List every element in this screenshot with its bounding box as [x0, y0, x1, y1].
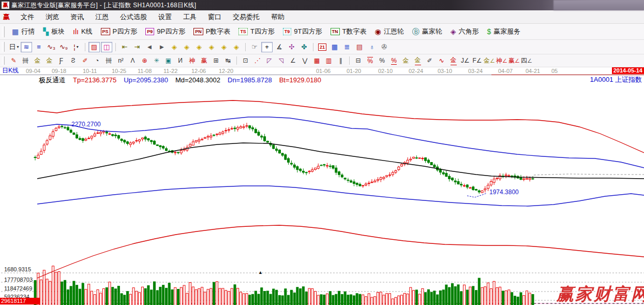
gold-lines-button[interactable]: 金	[412, 56, 423, 65]
gann-purple-tool-button[interactable]: ✣	[286, 42, 297, 52]
menu-file[interactable]: 文件	[15, 11, 40, 23]
p-number-table-button[interactable]: PNP数字表	[189, 25, 234, 38]
kline-button[interactable]: ılıK线	[69, 25, 97, 38]
fan-square-1-button[interactable]: ◸	[264, 56, 275, 65]
diamond-expand-all-button[interactable]: ◈	[218, 42, 230, 52]
winner-service-button[interactable]: $赢家服务	[483, 25, 525, 38]
p9-square-button[interactable]: P99P四方形	[141, 25, 189, 38]
zigzag-overlay-button[interactable]: ≋	[21, 42, 32, 52]
pane-period-label[interactable]: 日K线	[2, 66, 28, 75]
percent-red-button[interactable]: %	[388, 56, 399, 65]
price-grid-2-button[interactable]: ▥	[323, 56, 334, 65]
ying-tool-button[interactable]: 赢	[199, 56, 209, 65]
four-angle-button[interactable]: 四∠	[521, 56, 532, 65]
n-wave-button[interactable]: И	[175, 56, 186, 65]
single-candle-dropdown[interactable]: ¦▾	[70, 42, 82, 52]
sector-button[interactable]: ▚板块	[39, 25, 69, 38]
gold-angle-button[interactable]: 金∠	[484, 56, 495, 65]
gann-wheel-button[interactable]: ◉江恩轮	[370, 25, 408, 38]
winner-wheel-button[interactable]: Ⓑ赢家轮	[408, 25, 446, 38]
pencil-red-button[interactable]: ✎	[8, 56, 19, 65]
first-page-button[interactable]: ⇤	[119, 42, 130, 52]
menu-news[interactable]: 资讯	[65, 11, 89, 23]
diamond-shift-right-button[interactable]: ◈	[181, 42, 192, 52]
step-chart-3-button[interactable]: ∿₃	[46, 42, 57, 52]
box-plot-button[interactable]: ⊡	[240, 56, 251, 65]
diamond-compress-h-button[interactable]: ◈	[206, 42, 217, 52]
menu-window[interactable]: 窗口	[202, 11, 227, 23]
pattern-scribble-button[interactable]: ▨	[88, 42, 100, 52]
toolbar-grip[interactable]	[2, 56, 5, 65]
period-day-dropdown[interactable]: 日▾	[8, 42, 20, 52]
zigzag-v-button[interactable]: ⋁	[299, 56, 310, 65]
last-page-button[interactable]: ⇥	[131, 42, 143, 52]
percent-line-button[interactable]: %	[365, 56, 376, 65]
gold-gann-a-button[interactable]: 金	[32, 56, 43, 65]
f-angle-button[interactable]: F∠	[472, 56, 483, 65]
trade-note-button[interactable]: ≣	[341, 42, 353, 52]
crosshair-button[interactable]: +	[261, 42, 273, 52]
menu-settings[interactable]: 设置	[153, 11, 177, 23]
shen-angle-button[interactable]: 神∠	[496, 56, 507, 65]
save-button[interactable]: ▤	[354, 42, 365, 52]
hexagon-button[interactable]: ◈六角形	[446, 25, 483, 38]
t-square-button[interactable]: TST四方形	[234, 25, 278, 38]
web-sync-button[interactable]: ♁	[366, 42, 378, 52]
a-channel-button[interactable]: Λ	[127, 56, 138, 65]
gold-circle-button[interactable]: 金	[400, 56, 411, 65]
square-grid-button[interactable]: ▣	[163, 56, 174, 65]
step-chart-9-button[interactable]: ∿₉	[58, 42, 69, 52]
menu-trade-order[interactable]: 交易委托	[227, 11, 265, 23]
ink-pen-button[interactable]: ✐	[424, 56, 435, 65]
print-capture-button[interactable]: ✇	[379, 42, 390, 52]
price-grid-1-button[interactable]: ▦	[311, 56, 322, 65]
hand-pan-button[interactable]: ☞	[249, 42, 260, 52]
gann-fan-button[interactable]: ⋰	[252, 56, 263, 65]
diamond-center-button[interactable]: ◈	[231, 42, 242, 52]
chart-canvas[interactable]	[0, 67, 644, 305]
next-page-button[interactable]: ►	[156, 42, 168, 52]
indicator-name[interactable]: 极反通道	[39, 76, 66, 85]
shen-tool-button[interactable]: 神	[187, 56, 198, 65]
percent-button[interactable]: %	[377, 56, 387, 65]
diamond-expand-h-button[interactable]: ◈	[193, 42, 205, 52]
f-ruler-button[interactable]: Ƒ	[56, 56, 67, 65]
calculator-button[interactable]: ▦	[329, 42, 340, 52]
gold-gann-b-button[interactable]: 金	[44, 56, 55, 65]
prev-page-button[interactable]: ◄	[144, 42, 155, 52]
n-squared-button[interactable]: n²	[115, 56, 126, 65]
menu-browse[interactable]: 浏览	[40, 11, 65, 23]
menu-formula-stock-pick[interactable]: 公式选股	[114, 11, 153, 23]
angle-measure-button[interactable]: ∡	[274, 42, 285, 52]
p-square-button[interactable]: PSP四方形	[97, 25, 142, 38]
volume-profile-button[interactable]: ◫	[101, 42, 112, 52]
menu-tools[interactable]: 工具	[177, 11, 202, 23]
menu-gann[interactable]: 江恩	[89, 11, 114, 23]
note-list-button[interactable]: ≡	[33, 42, 44, 52]
spiral-coil-button[interactable]: Ƨ	[68, 56, 79, 65]
circle-cross-button[interactable]: ⊕	[139, 56, 150, 65]
star-grid-button[interactable]: ✳	[151, 56, 162, 65]
menu-help[interactable]: 帮助	[265, 11, 290, 23]
pencil-red-2-button[interactable]: ✐	[80, 56, 91, 65]
ruler-ticks-button[interactable]: 卌	[20, 56, 31, 65]
wave-band-button[interactable]: ∿	[436, 56, 447, 65]
parallel-lines-button[interactable]: ∥	[335, 56, 346, 65]
j-angle-button[interactable]: J∠	[460, 56, 471, 65]
gold-red-band-button[interactable]: 金	[448, 56, 459, 65]
toolbar-grip[interactable]	[2, 26, 5, 37]
toolbar-grip[interactable]	[2, 42, 5, 52]
calendar-21-button[interactable]: 21	[317, 42, 328, 52]
t-number-table-button[interactable]: TNT数字表	[326, 25, 371, 38]
scale-tool-button[interactable]: ⊟	[353, 56, 364, 65]
t9-square-button[interactable]: T99T四方形	[279, 25, 326, 38]
title-bar[interactable]: 赢 赢家江恩专业版[赢家服务平台] - [上证指数 SH1A0001-168日K…	[0, 0, 644, 10]
span-arrows-button[interactable]: ↹	[222, 56, 233, 65]
multi-angle-button[interactable]: ∠	[288, 56, 298, 65]
grid-123-button[interactable]: ⊞	[211, 56, 221, 65]
quote-button[interactable]: ▦行情	[8, 25, 39, 38]
pattern-teal-tool-button[interactable]: ✤	[298, 42, 310, 52]
diamond-shift-left-button[interactable]: ◈	[169, 42, 180, 52]
ruler-ticks-2-button[interactable]: 卌	[103, 56, 114, 65]
ying-angle-button[interactable]: 赢∠	[508, 56, 520, 65]
